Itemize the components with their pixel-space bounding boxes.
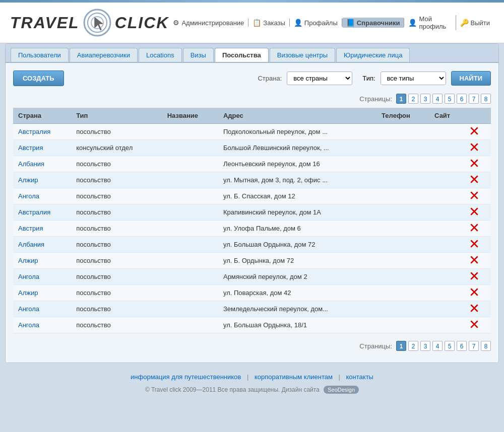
footer-travelers[interactable]: информация для путешественников [131,373,241,381]
nav-logout[interactable]: 🔑 Выйти [456,19,494,27]
cell-delete [465,124,491,140]
country-link[interactable]: Алжир [18,176,38,184]
cell-name [162,172,218,188]
country-link[interactable]: Алжир [18,289,38,297]
country-link[interactable]: Австрия [18,144,43,152]
cell-site [429,301,465,317]
cell-delete [465,188,491,204]
country-link[interactable]: Албания [18,241,44,248]
nav-orders[interactable]: 📋 Заказы [248,19,289,27]
page-b-2[interactable]: 2 [408,341,418,351]
nav-myprofile[interactable]: 👤 Мой профиль [404,15,456,30]
tab-airlines[interactable]: Авиаперевозчики [70,48,138,62]
cell-phone [376,253,429,269]
delete-button[interactable] [470,143,479,152]
delete-button[interactable] [470,127,479,136]
col-type: Тип [71,108,162,124]
table-header-row: Страна Тип Название Адрес Телефон Сайт [13,108,491,124]
tab-visa-centers[interactable]: Визовые центры [270,48,335,62]
delete-button[interactable] [470,175,479,184]
table-row: Австрияпосольствоул. Улофа Пальме, дом 6 [13,221,491,237]
footer-corporate[interactable]: корпоративным клиентам [255,373,333,381]
table-row: Албанияпосольствоул. Большая Ордынка, до… [13,237,491,253]
country-link[interactable]: Австралия [18,128,50,135]
cell-phone [376,124,429,140]
orders-icon: 📋 [253,19,261,27]
cell-site [429,172,465,188]
sep-2: | [339,373,340,381]
footer-contacts[interactable]: контакты [346,373,373,381]
cell-country: Ангола [13,301,71,317]
country-link[interactable]: Ангола [18,192,39,200]
type-select[interactable]: все типы [381,71,446,85]
cell-country: Австралия [13,124,71,140]
cell-delete [465,253,491,269]
page-b-3[interactable]: 3 [420,341,430,351]
cell-type: консульский отдел [71,140,162,156]
cell-country: Австрия [13,140,71,156]
tab-embassies[interactable]: Посольства [215,48,269,62]
country-link[interactable]: Австрия [18,225,43,232]
country-link[interactable]: Албания [18,160,44,168]
delete-button[interactable] [470,191,479,200]
page-1[interactable]: 1 [396,94,406,104]
table-row: Алжирпосольствоул. Б. Ордынка, дом 72 [13,253,491,269]
tab-locations[interactable]: Locations [139,48,182,62]
page-3[interactable]: 3 [420,94,430,104]
header: TRAVEL CLICK ⚙ Администрирование 📋 Заказ… [0,3,504,43]
page-6[interactable]: 6 [457,94,467,104]
page-b-8[interactable]: 8 [481,341,491,351]
country-link[interactable]: Алжир [18,257,38,264]
table-row: Анголапосольствоул. Б. Спасская, дом 12 [13,188,491,204]
delete-button[interactable] [470,256,479,265]
page-2[interactable]: 2 [408,94,418,104]
country-select[interactable]: все страны [287,71,352,85]
nav-admin[interactable]: ⚙ Администрирование [169,19,248,27]
delete-button[interactable] [470,304,479,313]
cell-phone [376,301,429,317]
country-link[interactable]: Ангола [18,273,39,280]
tabs-bar: Пользователи Авиаперевозчики Locations В… [6,44,498,63]
table-row: АлбанияпосольствоЛеонтьевский переулок, … [13,156,491,172]
delete-button[interactable] [470,288,479,297]
page-4[interactable]: 4 [432,94,443,104]
page-b-4[interactable]: 4 [432,341,443,351]
nav-references[interactable]: 📘 Справочники [342,18,405,28]
country-link[interactable]: Ангола [18,305,39,313]
delete-button[interactable] [470,207,479,217]
delete-button[interactable] [470,240,479,249]
cell-type: посольство [71,204,162,221]
tab-users[interactable]: Пользователи [11,48,69,62]
search-button[interactable]: НАЙТИ [451,71,491,86]
page-b-1[interactable]: 1 [396,341,406,351]
logout-icon: 🔑 [460,19,469,27]
cell-country: Албания [13,237,71,253]
delete-button[interactable] [470,159,479,168]
page-b-6[interactable]: 6 [457,341,467,351]
nav-profiles[interactable]: 👤 Профайлы [290,19,342,27]
country-link[interactable]: Австралия [18,208,50,216]
sep-1: | [247,373,248,381]
cell-country: Алжир [13,253,71,269]
cell-name [162,156,218,172]
footer-copyright: © Travel click 2009—2011 Все права защищ… [0,383,504,399]
tab-legal-entities[interactable]: Юридические лица [336,48,410,62]
create-button[interactable]: СОЗДАТЬ [13,70,64,86]
page-b-7[interactable]: 7 [469,341,479,351]
cell-site [429,237,465,253]
logo-click: CLICK [115,14,169,32]
cell-address: ул. Б. Спасская, дом 12 [218,188,376,204]
delete-button[interactable] [470,320,479,329]
table-row: АнголапосольствоЗемледельческий переулок… [13,301,491,317]
page-8[interactable]: 8 [481,94,491,104]
page-5[interactable]: 5 [445,94,455,104]
page-7[interactable]: 7 [469,94,479,104]
admin-icon: ⚙ [173,19,179,27]
cell-address: Большой Левшинский переулок, ... [218,140,376,156]
delete-button[interactable] [470,224,479,233]
tab-visas[interactable]: Визы [183,48,214,62]
references-icon: 📘 [346,19,355,27]
delete-button[interactable] [470,272,479,281]
country-link[interactable]: Ангола [18,321,39,329]
page-b-5[interactable]: 5 [445,341,455,351]
